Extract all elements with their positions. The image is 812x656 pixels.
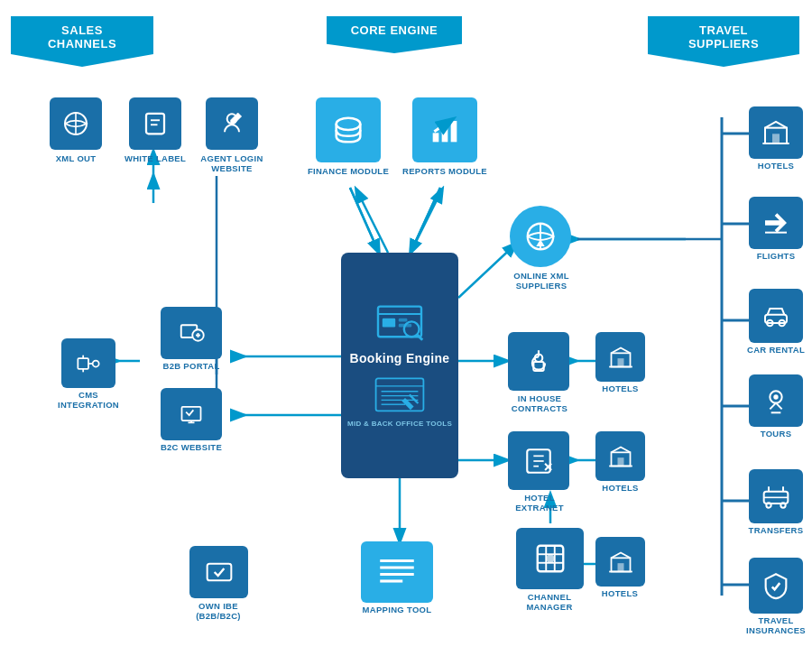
svg-rect-45 bbox=[78, 358, 88, 369]
tours-supplier-box[interactable] bbox=[749, 374, 803, 427]
own-ibe-label: OWN IBE(B2B/B2C) bbox=[173, 601, 263, 622]
diagram: SALES CHANNELS CORE ENGINE TRAVEL SUPPLI… bbox=[0, 0, 812, 656]
transfers-supplier-label: TRANSFERS bbox=[742, 525, 810, 535]
hotels-lower-box[interactable] bbox=[595, 431, 645, 481]
xml-out-box[interactable] bbox=[50, 97, 102, 150]
b2c-website-box[interactable] bbox=[161, 388, 222, 440]
svg-point-51 bbox=[337, 118, 361, 130]
in-house-contracts-box[interactable] bbox=[508, 332, 569, 391]
b2c-website-label: B2C WEBSITE bbox=[157, 442, 226, 452]
hotels-supplier-label: HOTELS bbox=[749, 161, 803, 171]
hotels-bottom-label: HOTELS bbox=[585, 588, 655, 598]
svg-rect-54 bbox=[451, 121, 457, 142]
finance-module-label: FINANCE MODULE bbox=[302, 166, 394, 176]
svg-line-14 bbox=[411, 189, 442, 253]
mid-back-office-label: MID & BACK OFFICE TOOLS bbox=[347, 420, 452, 428]
svg-rect-34 bbox=[146, 114, 164, 134]
svg-rect-57 bbox=[383, 319, 395, 328]
svg-rect-58 bbox=[399, 319, 408, 322]
hotel-extranet-label: HOTELEXTRANET bbox=[496, 493, 583, 513]
xml-out-label: XML OUT bbox=[43, 153, 108, 163]
hotels-bottom-box[interactable] bbox=[595, 537, 645, 587]
car-rental-supplier-label: CAR RENTAL bbox=[742, 345, 810, 355]
hotels-supplier-box[interactable] bbox=[749, 106, 803, 159]
cms-integration-box[interactable] bbox=[61, 338, 115, 388]
cms-integration-label: CMSINTEGRATION bbox=[50, 390, 127, 411]
svg-rect-81 bbox=[617, 457, 623, 466]
b2b-portal-box[interactable] bbox=[161, 307, 222, 359]
banner-travel-suppliers: TRAVEL SUPPLIERS bbox=[648, 16, 799, 67]
online-xml-suppliers-box[interactable] bbox=[510, 206, 571, 267]
svg-rect-50 bbox=[207, 564, 231, 581]
white-label-label: WHITE LABEL bbox=[120, 153, 190, 163]
banner-sales-channels: SALES CHANNELS bbox=[11, 16, 153, 67]
hotels-middle-box[interactable] bbox=[595, 332, 645, 382]
b2b-portal-label: B2B PORTAL bbox=[157, 361, 226, 371]
hotels-lower-label: HOTELS bbox=[586, 483, 654, 493]
reports-module-label: REPORTS MODULE bbox=[401, 166, 488, 176]
booking-engine-title: Booking Engine bbox=[350, 351, 450, 365]
svg-point-49 bbox=[93, 360, 99, 366]
svg-point-99 bbox=[766, 503, 770, 507]
mapping-tool-box[interactable] bbox=[361, 541, 433, 603]
svg-point-83 bbox=[546, 554, 555, 563]
transfers-supplier-box[interactable] bbox=[749, 469, 803, 523]
svg-rect-87 bbox=[772, 134, 780, 143]
channel-manager-label: CHANNELMANAGER bbox=[503, 592, 596, 613]
flights-supplier-label: FLIGHTS bbox=[749, 251, 803, 261]
tours-supplier-label: TOURS bbox=[756, 429, 796, 439]
svg-rect-78 bbox=[617, 358, 623, 366]
svg-rect-53 bbox=[442, 127, 448, 143]
agent-login-box[interactable] bbox=[206, 97, 258, 150]
svg-point-60 bbox=[404, 321, 420, 337]
svg-line-10 bbox=[411, 188, 440, 253]
finance-module-box[interactable] bbox=[316, 97, 381, 162]
flights-supplier-box[interactable] bbox=[749, 197, 803, 249]
svg-rect-52 bbox=[433, 133, 439, 142]
svg-rect-62 bbox=[376, 378, 424, 411]
svg-line-11 bbox=[350, 188, 379, 253]
reports-module-box[interactable] bbox=[412, 97, 477, 162]
online-xml-suppliers-label: ONLINE XMLSUPPLIERS bbox=[496, 271, 586, 291]
hotel-extranet-box[interactable] bbox=[508, 431, 569, 490]
svg-line-13 bbox=[356, 189, 388, 253]
svg-point-94 bbox=[773, 394, 778, 399]
svg-line-9 bbox=[350, 188, 379, 253]
svg-rect-89 bbox=[765, 315, 787, 323]
mapping-tool-label: MAPPING TOOL bbox=[350, 605, 444, 614]
svg-line-12 bbox=[411, 188, 440, 253]
agent-login-label: AGENT LOGINWEBSITE bbox=[197, 153, 267, 174]
travel-insurances-supplier-box[interactable] bbox=[749, 558, 803, 614]
in-house-contracts-label: IN HOUSECONTRACTS bbox=[496, 393, 583, 414]
travel-insurances-supplier-label: TRAVELINSURANCES bbox=[738, 615, 812, 636]
channel-manager-box[interactable] bbox=[516, 528, 584, 589]
own-ibe-box[interactable] bbox=[189, 546, 248, 598]
hotels-middle-label: HOTELS bbox=[586, 383, 654, 393]
svg-rect-85 bbox=[617, 563, 623, 571]
booking-engine-box[interactable]: Booking Engine MID & BACK OFFICE TOOLS bbox=[341, 253, 458, 478]
svg-point-100 bbox=[780, 503, 785, 507]
banner-core-engine: CORE ENGINE bbox=[327, 16, 462, 53]
car-rental-supplier-box[interactable] bbox=[749, 289, 803, 343]
white-label-box[interactable] bbox=[129, 97, 181, 150]
